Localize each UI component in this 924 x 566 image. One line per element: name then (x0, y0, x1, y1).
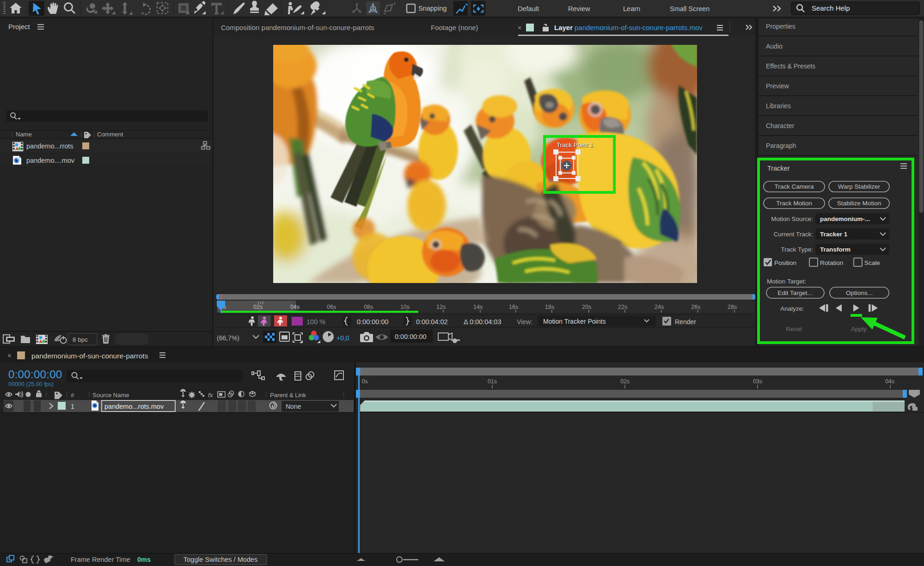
svg-text:100 %: 100 % (306, 318, 325, 326)
svg-text:18s: 18s (545, 304, 554, 310)
svg-text:Libraries: Libraries (766, 102, 791, 110)
svg-text:04s: 04s (885, 378, 894, 385)
svg-text:02s: 02s (620, 378, 630, 385)
svg-text:Δ 0:00:04:03: Δ 0:00:04:03 (464, 318, 501, 326)
svg-text:Learn: Learn (623, 5, 640, 12)
svg-text:01s: 01s (488, 378, 497, 385)
svg-text:+0,0: +0,0 (337, 334, 349, 342)
svg-text:0ms: 0ms (137, 556, 151, 563)
svg-text:26s: 26s (691, 304, 700, 310)
svg-text:#: # (71, 392, 74, 399)
svg-text:8 bpc: 8 bpc (73, 336, 88, 343)
svg-text:14s: 14s (473, 304, 483, 310)
svg-text:Track Point 1: Track Point 1 (557, 142, 593, 148)
svg-text:Review: Review (568, 5, 590, 12)
svg-text:None: None (286, 403, 301, 410)
svg-text:10s: 10s (400, 304, 410, 310)
svg-text:View:: View: (517, 318, 532, 326)
svg-text:Footage (none): Footage (none) (431, 24, 478, 31)
svg-text:Small Screen: Small Screen (670, 5, 710, 12)
svg-text:pandemonium-of-sun-conure-parr: pandemonium-of-sun-conure-parrots.mov (575, 24, 703, 31)
svg-text:Composition pandemonium-of-sun: Composition pandemonium-of-sun-conure-pa… (221, 24, 374, 31)
svg-text:×: × (518, 24, 521, 31)
svg-text:Parent & Link: Parent & Link (270, 392, 306, 399)
svg-text:20s: 20s (582, 304, 591, 310)
svg-text:pandemo...rrots: pandemo...rrots (26, 142, 73, 150)
svg-text:Frame Render Time: Frame Render Time (71, 556, 130, 563)
svg-text:06s: 06s (327, 304, 336, 310)
svg-text:Render: Render (675, 318, 696, 326)
svg-text:(66,7%): (66,7%) (217, 334, 239, 342)
svg-text:pandemonium-of-sun-conure-parr: pandemonium-of-sun-conure-parrots (31, 352, 148, 360)
svg-text:Effects & Presets: Effects & Presets (766, 62, 815, 70)
svg-text:0:00:00:00: 0:00:00:00 (357, 318, 389, 326)
svg-text:Comment: Comment (97, 131, 123, 138)
svg-text:1: 1 (71, 403, 74, 410)
svg-text:03s: 03s (753, 378, 762, 385)
svg-text:Name: Name (16, 131, 32, 138)
svg-text:Layer: Layer (554, 24, 573, 31)
svg-text:0:00:04:02: 0:00:04:02 (416, 318, 448, 326)
svg-text:Character: Character (766, 122, 795, 129)
svg-text:0:00:00:00: 0:00:00:00 (8, 368, 62, 381)
svg-text:Toggle Switches / Modes: Toggle Switches / Modes (184, 556, 257, 563)
svg-text:Snapping: Snapping (418, 5, 447, 12)
svg-text:24s: 24s (655, 304, 664, 310)
svg-text:Default: Default (518, 5, 539, 12)
svg-text:04s: 04s (290, 304, 300, 310)
svg-text:×: × (7, 351, 12, 359)
svg-text:fx: fx (208, 392, 214, 399)
svg-text:pandemo....mov: pandemo....mov (26, 157, 75, 164)
svg-text:12s: 12s (436, 304, 446, 310)
svg-text:Source Name: Source Name (92, 392, 129, 399)
svg-text:Motion Tracker Points: Motion Tracker Points (543, 318, 606, 325)
svg-text:08s: 08s (364, 304, 373, 310)
svg-text:Project: Project (8, 23, 31, 31)
svg-text:02s: 02s (253, 304, 263, 310)
svg-text:0s: 0s (361, 378, 367, 385)
svg-text:22s: 22s (618, 304, 627, 310)
svg-text:0:00:00:00: 0:00:00:00 (395, 333, 427, 340)
svg-text:pandemo...rots.mov: pandemo...rots.mov (104, 403, 164, 410)
svg-text:Preview: Preview (766, 82, 789, 90)
svg-text:16s: 16s (509, 304, 518, 310)
svg-text:Paragraph: Paragraph (766, 142, 796, 149)
svg-text:00000 (25.00 fps): 00000 (25.00 fps) (8, 381, 54, 388)
svg-text:Search Help: Search Help (812, 4, 850, 12)
svg-text:Properties: Properties (766, 23, 795, 30)
svg-text:Audio: Audio (766, 43, 783, 50)
svg-text:28s: 28s (728, 304, 737, 310)
